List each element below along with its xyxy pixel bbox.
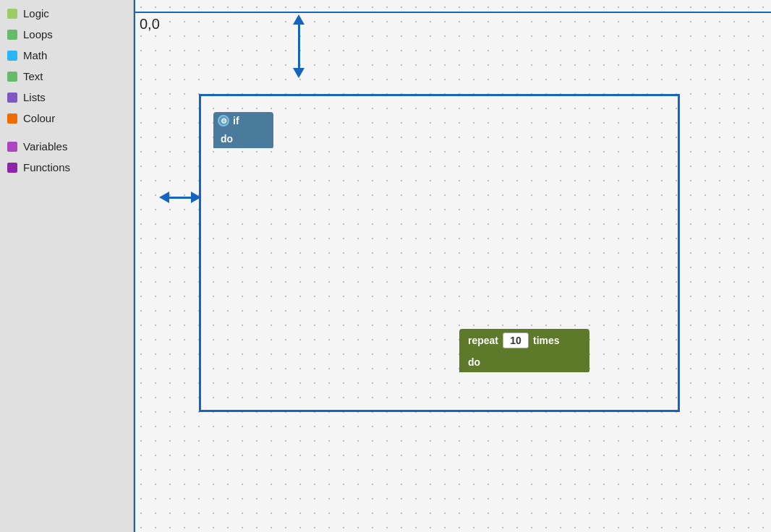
repeat-count-input[interactable]: 10 (503, 332, 529, 348)
times-label: times (533, 335, 560, 346)
math-label: Math (23, 49, 47, 61)
vertical-guide-line (134, 0, 135, 532)
if-block[interactable]: ⚙ if do (213, 112, 273, 148)
loops-label: Loops (23, 28, 53, 40)
repeat-block-bottom[interactable]: do (459, 352, 589, 372)
sidebar: LogicLoopsMathTextListsColourVariablesFu… (0, 0, 134, 532)
repeat-connector (487, 359, 500, 366)
math-color-dot (7, 51, 17, 61)
lists-color-dot (7, 93, 17, 103)
sidebar-item-lists[interactable]: Lists (0, 87, 133, 108)
sidebar-item-functions[interactable]: Functions (0, 157, 133, 178)
sidebar-item-logic[interactable]: Logic (0, 3, 133, 24)
sidebar-item-variables[interactable]: Variables (0, 136, 133, 157)
coord-label: 0,0 (140, 16, 160, 33)
if-label: if (233, 115, 239, 126)
if-block-bottom[interactable]: do (213, 129, 273, 148)
do-label-repeat: do (468, 356, 480, 368)
if-block-top[interactable]: ⚙ if (213, 112, 273, 129)
gear-icon[interactable]: ⚙ (218, 115, 229, 126)
sidebar-item-colour[interactable]: Colour (0, 108, 133, 129)
logic-color-dot (7, 9, 17, 19)
variables-label: Variables (23, 140, 67, 153)
sidebar-item-math[interactable]: Math (0, 45, 133, 66)
colour-color-dot (7, 113, 17, 124)
resize-horizontal-arrow[interactable] (159, 192, 201, 203)
lists-label: Lists (23, 91, 46, 103)
functions-color-dot (7, 163, 17, 173)
repeat-label: repeat (468, 335, 498, 346)
do-label: do (221, 133, 233, 145)
loops-color-dot (7, 30, 17, 40)
logic-label: Logic (23, 7, 49, 20)
colour-label: Colour (23, 112, 55, 124)
sidebar-item-loops[interactable]: Loops (0, 24, 133, 45)
text-color-dot (7, 72, 17, 82)
horizontal-guide-line (134, 12, 771, 13)
repeat-block[interactable]: repeat 10 times do (459, 329, 589, 372)
repeat-block-top[interactable]: repeat 10 times (459, 329, 589, 352)
sidebar-item-text[interactable]: Text (0, 66, 133, 87)
if-connector (240, 136, 255, 142)
text-label: Text (23, 70, 43, 82)
functions-label: Functions (23, 161, 70, 173)
resize-vertical-arrow[interactable] (293, 14, 304, 78)
main-canvas[interactable]: 0,0 ⚙ if do repeat 10 times do (134, 0, 771, 532)
if-notch (257, 117, 266, 124)
variables-color-dot (7, 142, 17, 152)
